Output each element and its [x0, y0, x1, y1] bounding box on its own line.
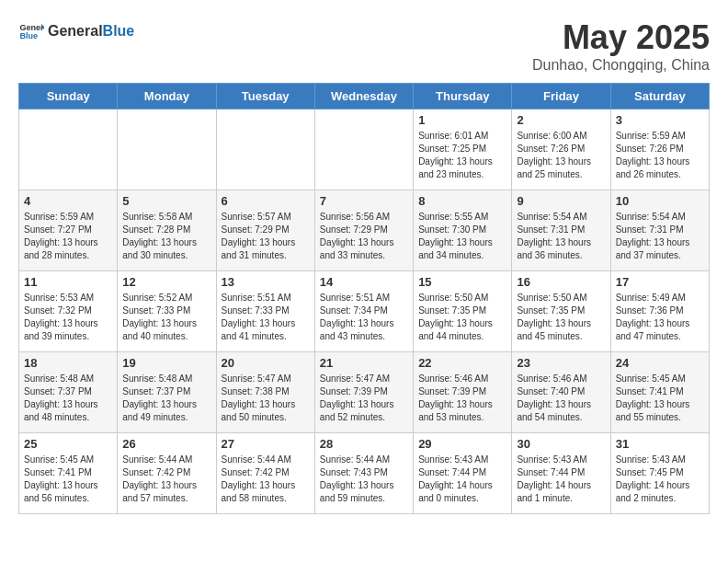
- calendar-cell: 24Sunrise: 5:45 AM Sunset: 7:41 PM Dayli…: [610, 352, 709, 433]
- day-info: Sunrise: 5:57 AM Sunset: 7:29 PM Dayligh…: [222, 211, 310, 262]
- day-header-sunday: Sunday: [19, 84, 118, 109]
- day-info: Sunrise: 5:44 AM Sunset: 7:43 PM Dayligh…: [320, 454, 408, 505]
- day-info: Sunrise: 5:50 AM Sunset: 7:35 PM Dayligh…: [418, 292, 506, 343]
- day-info: Sunrise: 5:46 AM Sunset: 7:39 PM Dayligh…: [418, 373, 506, 424]
- day-info: Sunrise: 5:43 AM Sunset: 7:44 PM Dayligh…: [517, 454, 605, 505]
- day-info: Sunrise: 5:44 AM Sunset: 7:42 PM Dayligh…: [122, 454, 210, 505]
- day-number: 9: [517, 194, 605, 208]
- calendar-cell: 3Sunrise: 5:59 AM Sunset: 7:26 PM Daylig…: [610, 109, 709, 190]
- calendar-cell: 7Sunrise: 5:56 AM Sunset: 7:29 PM Daylig…: [314, 190, 413, 271]
- day-number: 19: [122, 356, 210, 370]
- day-info: Sunrise: 5:54 AM Sunset: 7:31 PM Dayligh…: [517, 211, 605, 262]
- day-info: Sunrise: 5:45 AM Sunset: 7:41 PM Dayligh…: [616, 373, 704, 424]
- day-header-saturday: Saturday: [610, 84, 709, 109]
- day-info: Sunrise: 5:44 AM Sunset: 7:42 PM Dayligh…: [222, 454, 310, 505]
- logo-icon: General Blue: [18, 18, 44, 44]
- calendar-cell: 31Sunrise: 5:43 AM Sunset: 7:45 PM Dayli…: [610, 433, 709, 514]
- day-number: 15: [418, 275, 506, 289]
- day-number: 12: [122, 275, 210, 289]
- day-number: 25: [24, 437, 112, 451]
- day-info: Sunrise: 5:51 AM Sunset: 7:34 PM Dayligh…: [320, 292, 408, 343]
- day-header-monday: Monday: [118, 84, 216, 109]
- day-number: 7: [320, 194, 408, 208]
- day-info: Sunrise: 5:48 AM Sunset: 7:37 PM Dayligh…: [24, 373, 112, 424]
- day-number: 5: [122, 194, 210, 208]
- day-header-friday: Friday: [512, 84, 610, 109]
- day-number: 28: [320, 437, 408, 451]
- header: General Blue GeneralBlue May 2025 Dunhao…: [18, 18, 710, 74]
- week-row-1: 1Sunrise: 6:01 AM Sunset: 7:25 PM Daylig…: [19, 109, 710, 190]
- day-info: Sunrise: 5:54 AM Sunset: 7:31 PM Dayligh…: [616, 211, 704, 262]
- day-number: 29: [418, 437, 506, 451]
- logo: General Blue GeneralBlue: [18, 18, 134, 44]
- day-info: Sunrise: 5:47 AM Sunset: 7:39 PM Dayligh…: [320, 373, 408, 424]
- day-number: 13: [222, 275, 310, 289]
- calendar-cell: [216, 109, 314, 190]
- calendar-cell: 22Sunrise: 5:46 AM Sunset: 7:39 PM Dayli…: [414, 352, 512, 433]
- day-info: Sunrise: 5:53 AM Sunset: 7:32 PM Dayligh…: [24, 292, 112, 343]
- calendar-cell: 30Sunrise: 5:43 AM Sunset: 7:44 PM Dayli…: [512, 433, 610, 514]
- day-info: Sunrise: 5:51 AM Sunset: 7:33 PM Dayligh…: [222, 292, 310, 343]
- week-row-4: 18Sunrise: 5:48 AM Sunset: 7:37 PM Dayli…: [19, 352, 710, 433]
- calendar-cell: 28Sunrise: 5:44 AM Sunset: 7:43 PM Dayli…: [314, 433, 413, 514]
- day-number: 26: [122, 437, 210, 451]
- calendar-cell: 16Sunrise: 5:50 AM Sunset: 7:35 PM Dayli…: [512, 271, 610, 352]
- day-info: Sunrise: 5:45 AM Sunset: 7:41 PM Dayligh…: [24, 454, 112, 505]
- day-info: Sunrise: 5:47 AM Sunset: 7:38 PM Dayligh…: [222, 373, 310, 424]
- day-info: Sunrise: 5:50 AM Sunset: 7:35 PM Dayligh…: [517, 292, 605, 343]
- calendar-cell: 4Sunrise: 5:59 AM Sunset: 7:27 PM Daylig…: [19, 190, 118, 271]
- calendar-cell: 2Sunrise: 6:00 AM Sunset: 7:26 PM Daylig…: [512, 109, 610, 190]
- day-number: 16: [517, 275, 605, 289]
- day-number: 2: [517, 113, 605, 127]
- main-title: May 2025: [532, 18, 710, 57]
- day-number: 20: [222, 356, 310, 370]
- week-row-2: 4Sunrise: 5:59 AM Sunset: 7:27 PM Daylig…: [19, 190, 710, 271]
- calendar-cell: 26Sunrise: 5:44 AM Sunset: 7:42 PM Dayli…: [118, 433, 216, 514]
- calendar-cell: 5Sunrise: 5:58 AM Sunset: 7:28 PM Daylig…: [118, 190, 216, 271]
- day-info: Sunrise: 5:59 AM Sunset: 7:26 PM Dayligh…: [616, 130, 704, 181]
- subtitle: Dunhao, Chongqing, China: [532, 57, 710, 74]
- calendar-cell: 23Sunrise: 5:46 AM Sunset: 7:40 PM Dayli…: [512, 352, 610, 433]
- day-info: Sunrise: 5:43 AM Sunset: 7:44 PM Dayligh…: [418, 454, 506, 505]
- day-number: 21: [320, 356, 408, 370]
- calendar-cell: [314, 109, 413, 190]
- calendar-cell: 6Sunrise: 5:57 AM Sunset: 7:29 PM Daylig…: [216, 190, 314, 271]
- svg-text:General: General: [19, 23, 44, 32]
- day-header-wednesday: Wednesday: [314, 84, 413, 109]
- header-row: SundayMondayTuesdayWednesdayThursdayFrid…: [19, 84, 710, 109]
- day-number: 24: [616, 356, 704, 370]
- calendar-cell: 18Sunrise: 5:48 AM Sunset: 7:37 PM Dayli…: [19, 352, 118, 433]
- svg-text:Blue: Blue: [19, 31, 38, 40]
- calendar-cell: 12Sunrise: 5:52 AM Sunset: 7:33 PM Dayli…: [118, 271, 216, 352]
- calendar-table: SundayMondayTuesdayWednesdayThursdayFrid…: [18, 83, 710, 514]
- day-number: 18: [24, 356, 112, 370]
- day-number: 31: [616, 437, 704, 451]
- calendar-cell: 8Sunrise: 5:55 AM Sunset: 7:30 PM Daylig…: [414, 190, 512, 271]
- calendar-cell: 9Sunrise: 5:54 AM Sunset: 7:31 PM Daylig…: [512, 190, 610, 271]
- calendar-cell: 29Sunrise: 5:43 AM Sunset: 7:44 PM Dayli…: [414, 433, 512, 514]
- day-number: 23: [517, 356, 605, 370]
- day-info: Sunrise: 6:01 AM Sunset: 7:25 PM Dayligh…: [418, 130, 506, 181]
- calendar-cell: 27Sunrise: 5:44 AM Sunset: 7:42 PM Dayli…: [216, 433, 314, 514]
- week-row-3: 11Sunrise: 5:53 AM Sunset: 7:32 PM Dayli…: [19, 271, 710, 352]
- day-number: 17: [616, 275, 704, 289]
- title-area: May 2025 Dunhao, Chongqing, China: [532, 18, 710, 74]
- calendar-cell: 11Sunrise: 5:53 AM Sunset: 7:32 PM Dayli…: [19, 271, 118, 352]
- day-number: 30: [517, 437, 605, 451]
- calendar-cell: 19Sunrise: 5:48 AM Sunset: 7:37 PM Dayli…: [118, 352, 216, 433]
- day-header-tuesday: Tuesday: [216, 84, 314, 109]
- day-number: 1: [418, 113, 506, 127]
- week-row-5: 25Sunrise: 5:45 AM Sunset: 7:41 PM Dayli…: [19, 433, 710, 514]
- calendar-cell: 10Sunrise: 5:54 AM Sunset: 7:31 PM Dayli…: [610, 190, 709, 271]
- day-info: Sunrise: 5:49 AM Sunset: 7:36 PM Dayligh…: [616, 292, 704, 343]
- calendar-cell: [118, 109, 216, 190]
- day-number: 4: [24, 194, 112, 208]
- day-number: 27: [222, 437, 310, 451]
- calendar-cell: 13Sunrise: 5:51 AM Sunset: 7:33 PM Dayli…: [216, 271, 314, 352]
- day-number: 3: [616, 113, 704, 127]
- logo-text: GeneralBlue: [48, 23, 134, 40]
- day-number: 11: [24, 275, 112, 289]
- day-number: 10: [616, 194, 704, 208]
- day-info: Sunrise: 5:43 AM Sunset: 7:45 PM Dayligh…: [616, 454, 704, 505]
- calendar-cell: [19, 109, 118, 190]
